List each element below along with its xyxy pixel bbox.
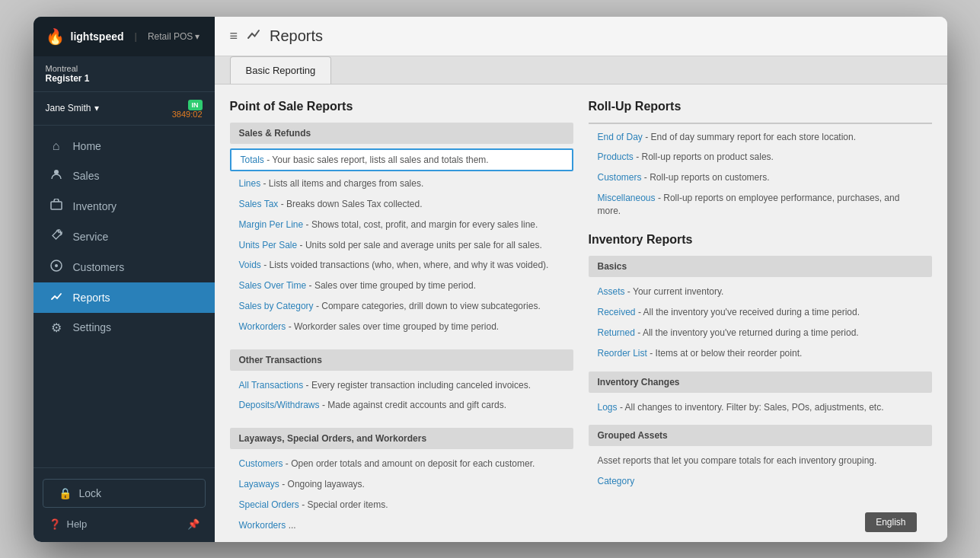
report-item-received[interactable]: Received - All the inventory you've rece… [589, 302, 932, 323]
totals-link[interactable]: Totals [241, 155, 264, 165]
layaways-desc: - Ongoing layaways. [282, 479, 365, 489]
logs-link[interactable]: Logs [598, 402, 618, 413]
sidebar-item-label: Home [73, 140, 101, 152]
voids-link[interactable]: Voids [239, 260, 261, 270]
report-item-lines[interactable]: Lines - Lists all items and charges from… [230, 174, 573, 194]
pin-icon[interactable]: 📌 [187, 518, 200, 530]
workorders-2-desc: ... [289, 520, 296, 531]
returned-link[interactable]: Returned [598, 327, 635, 338]
report-item-workorders[interactable]: Workorders - Workorder sales over time g… [230, 317, 573, 337]
sidebar-item-home[interactable]: ⌂ Home [34, 132, 215, 161]
received-link[interactable]: Received [598, 307, 636, 317]
sales-over-time-desc: - Sales over time grouped by time period… [309, 280, 476, 291]
report-item-sales-by-category[interactable]: Sales by Category - Compare categories, … [230, 296, 573, 317]
sidebar-item-sales[interactable]: Sales [34, 161, 215, 191]
sidebar-item-reports[interactable]: Reports [34, 282, 215, 313]
received-desc: - All the inventory you've received duri… [638, 307, 860, 317]
sidebar-item-label: Settings [73, 321, 112, 333]
sidebar-item-label: Inventory [73, 200, 117, 212]
sidebar-item-settings[interactable]: ⚙ Settings [34, 313, 215, 343]
miscellaneous-link[interactable]: Miscellaneous [598, 193, 656, 203]
report-item-layaways[interactable]: Layaways - Ongoing layaways. [230, 474, 573, 495]
reorder-list-link[interactable]: Reorder List [598, 348, 647, 359]
sales-over-time-link[interactable]: Sales Over Time [239, 280, 307, 291]
special-orders-link[interactable]: Special Orders [239, 499, 299, 510]
workorders-2-link[interactable]: Workorders [239, 520, 286, 531]
special-orders-desc: - Special order items. [302, 499, 388, 510]
retail-pos-label: Retail POS ▾ [148, 31, 200, 42]
register-name: Register 1 [46, 73, 203, 84]
report-item-voids[interactable]: Voids - Lists voided transactions (who, … [230, 255, 573, 276]
help-label: Help [67, 518, 88, 530]
other-transactions-group: Other Transactions All Transactions - Ev… [230, 349, 573, 416]
report-item-sales-over-time[interactable]: Sales Over Time - Sales over time groupe… [230, 276, 573, 296]
report-item-miscellaneous[interactable]: Miscellaneous - Roll-up reports on emplo… [589, 188, 932, 222]
report-item-end-of-day[interactable]: End of Day - End of day summary report f… [589, 127, 932, 148]
report-item-returned[interactable]: Returned - All the inventory you've retu… [589, 323, 932, 343]
end-of-day-link[interactable]: End of Day [598, 132, 643, 142]
report-item-assets[interactable]: Assets - Your current inventory. [589, 282, 932, 302]
units-per-sale-desc: - Units sold per sale and average units … [300, 240, 542, 250]
layaways-link[interactable]: Layaways [239, 479, 279, 489]
report-item-deposits[interactable]: Deposits/Withdraws - Made against credit… [230, 395, 573, 416]
other-transactions-header: Other Transactions [230, 349, 573, 371]
topbar: ≡ Reports [215, 17, 947, 56]
nav-items: ⌂ Home Sales Inventory Service [34, 126, 215, 467]
workorders-link[interactable]: Workorders [239, 321, 286, 332]
sidebar: 🔥 lightspeed | Retail POS ▾ Montreal Reg… [34, 17, 215, 542]
sales-tax-link[interactable]: Sales Tax [239, 199, 279, 209]
sidebar-bottom: 🔒 Lock ❓ Help 📌 [34, 467, 215, 542]
user-row: Jane Smith ▾ IN 3849:02 [34, 92, 215, 126]
report-item-products[interactable]: Products - Roll-up reports on product sa… [589, 147, 932, 167]
report-item-category[interactable]: Category [589, 471, 932, 492]
deposits-link[interactable]: Deposits/Withdraws [239, 400, 320, 410]
end-of-day-desc: - End of day summary report for each sto… [645, 132, 856, 142]
tab-basic-reporting[interactable]: Basic Reporting [230, 56, 332, 84]
lock-button[interactable]: 🔒 Lock [43, 479, 206, 508]
all-transactions-link[interactable]: All Transactions [239, 380, 304, 391]
workorders-desc: - Workorder sales over time grouped by t… [289, 321, 500, 332]
report-item-customers-rollup[interactable]: Customers - Roll-up reports on customers… [589, 167, 932, 188]
product-name: Retail POS [148, 31, 193, 42]
help-link[interactable]: ❓ Help [49, 518, 88, 530]
report-item-customers-orders[interactable]: Customers - Open order totals and amount… [230, 454, 573, 474]
report-item-all-transactions[interactable]: All Transactions - Every register transa… [230, 375, 573, 396]
sidebar-item-service[interactable]: Service [34, 222, 215, 252]
deposits-desc: - Made against credit accounts and gift … [322, 400, 506, 410]
units-per-sale-link[interactable]: Units Per Sale [239, 240, 298, 250]
lines-desc: - Lists all items and charges from sales… [263, 178, 424, 189]
sales-refunds-group: Sales & Refunds Totals - Your basic sale… [230, 123, 573, 337]
margin-per-line-link[interactable]: Margin Per Line [239, 219, 304, 230]
report-item-reorder-list[interactable]: Reorder List - Items at or below their r… [589, 343, 932, 364]
basics-header: Basics [589, 256, 932, 277]
voids-desc: - Lists voided transactions (who, when, … [263, 260, 548, 270]
report-item-margin-per-line[interactable]: Margin Per Line - Shows total, cost, pro… [230, 215, 573, 235]
customers-orders-link[interactable]: Customers [239, 458, 283, 469]
report-item-workorders-2[interactable]: Workorders ... [230, 515, 573, 536]
hamburger-icon[interactable]: ≡ [230, 28, 238, 44]
logo-text: lightspeed [71, 30, 124, 43]
sidebar-item-inventory[interactable]: Inventory [34, 191, 215, 222]
logs-desc: - All changes to inventory. Filter by: S… [620, 402, 884, 413]
assets-link[interactable]: Assets [598, 286, 625, 297]
logo-area: 🔥 lightspeed | Retail POS ▾ [46, 27, 200, 46]
category-link[interactable]: Category [598, 476, 635, 486]
customers-rollup-link[interactable]: Customers [598, 172, 642, 183]
register-info: Montreal Register 1 [34, 56, 215, 92]
language-button[interactable]: English [865, 512, 916, 532]
settings-icon: ⚙ [49, 320, 64, 335]
report-item-sales-tax[interactable]: Sales Tax - Breaks down Sales Tax collec… [230, 194, 573, 215]
sidebar-item-customers[interactable]: Customers [34, 252, 215, 282]
report-item-logs[interactable]: Logs - All changes to inventory. Filter … [589, 397, 932, 418]
report-item-units-per-sale[interactable]: Units Per Sale - Units sold per sale and… [230, 235, 573, 256]
report-item-totals[interactable]: Totals - Your basic sales report, lists … [230, 148, 573, 172]
dropdown-arrow[interactable]: ▾ [195, 31, 200, 42]
user-name[interactable]: Jane Smith ▾ [46, 103, 99, 113]
products-link[interactable]: Products [598, 151, 634, 162]
report-item-special-orders[interactable]: Special Orders - Special order items. [230, 495, 573, 515]
logo-flame-icon: 🔥 [46, 27, 65, 46]
sales-by-category-link[interactable]: Sales by Category [239, 301, 314, 311]
layaways-group: Layaways, Special Orders, and Workorders… [230, 428, 573, 535]
lines-link[interactable]: Lines [239, 178, 261, 189]
products-desc: - Roll-up reports on product sales. [636, 151, 774, 162]
